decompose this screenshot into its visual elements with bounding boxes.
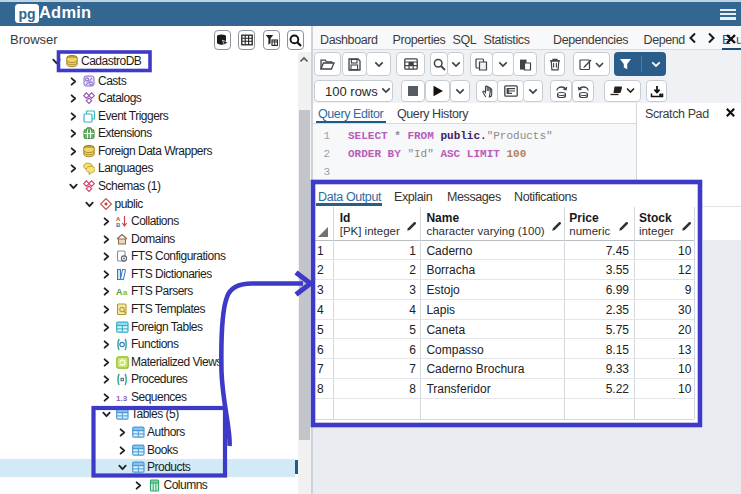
svg-text:a: a xyxy=(123,288,128,297)
svg-text:B: B xyxy=(116,222,121,228)
svg-text:1.3: 1.3 xyxy=(116,393,128,402)
svg-text:A: A xyxy=(116,287,123,297)
svg-text:A: A xyxy=(116,216,121,222)
